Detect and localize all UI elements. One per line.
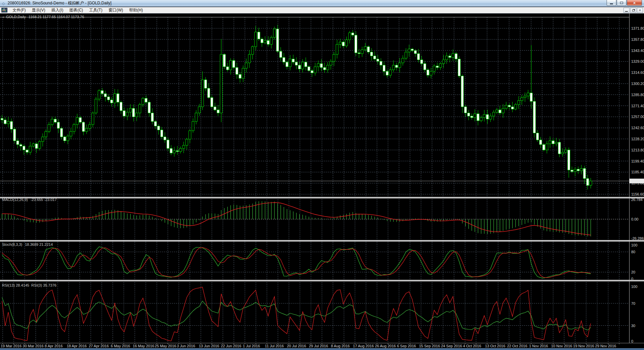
axis-label: 26 Aug 2016 (375, 344, 396, 348)
axis-label: 1156.60 (631, 192, 644, 196)
macd-label: MACD(12,26,9)-23.655 -23.017 (2, 198, 57, 202)
application-window: ◇ 2080016926: SinoSound-Demo - 模拟帐户 - [G… (0, 0, 644, 350)
mdi-minimize-button[interactable] (623, 8, 630, 13)
maximize-button[interactable] (617, 0, 626, 6)
mdi-restore-button[interactable] (630, 8, 636, 13)
axis-label: 1213.80 (631, 148, 644, 152)
candles (1, 25, 592, 190)
menu-view[interactable]: 显示(V) (29, 7, 48, 13)
axis-label: 1329.00 (631, 59, 644, 63)
stoch-values: 18.3689 21.2214 (25, 242, 53, 246)
axis-label: 1343.40 (631, 49, 644, 53)
axis-label: 6 Sep 2016 (397, 344, 416, 348)
menu-insert[interactable]: 插入(I) (48, 7, 66, 13)
close-icon: × (633, 0, 636, 5)
menu-charts[interactable]: 图表(C) (66, 7, 86, 13)
minimize-icon (610, 3, 613, 4)
axis-label: 8 Aug 2016 (331, 344, 350, 348)
chart-area: 1371.801357.801343.401329.001314.601300.… (0, 13, 644, 350)
axis-label: 26.784 (631, 198, 643, 202)
axis-label: 1242.60 (631, 126, 644, 130)
menu-bar: 文件(F) 显示(V) 插入(I) 图表(C) 工具(T) 窗口(W) 帮助(H… (0, 7, 644, 13)
stoch-name: Stoch(8,3,3) (2, 242, 22, 246)
rsi-label: RSI(13) 28.4145 RSI(3) 35.7376 (2, 283, 56, 287)
title-bar[interactable]: ◇ 2080016926: SinoSound-Demo - 模拟帐户 - [G… (0, 0, 644, 7)
axis-label: 1 Nov 2016 (529, 344, 548, 348)
time-axis[interactable]: 19 Mar 201630 Mar 20168 Apr 201618 Apr 2… (1, 343, 619, 348)
close-button[interactable]: × (627, 0, 642, 6)
menu-help[interactable]: 帮助(H) (126, 7, 146, 13)
axis-label: 18 Apr 2016 (67, 344, 87, 348)
axis-label: 1285.80 (631, 93, 644, 97)
rsi13-value: 28.4145 (16, 283, 29, 287)
rsi3-value: 35.7376 (43, 283, 57, 287)
axis-label: 30 (631, 324, 635, 328)
axis-label: 17 Aug 2016 (353, 344, 374, 348)
axis-label: 1371.80 (631, 26, 644, 30)
window-controls: × (606, 0, 642, 6)
axis-label: 20 (631, 270, 635, 274)
axis-label: 22 Oct 2016 (507, 344, 527, 348)
axis-label: 1357.80 (631, 37, 644, 41)
axis-label: 0 (631, 339, 633, 343)
mdi-close-icon: × (639, 8, 641, 12)
menu-tools[interactable]: 工具(T) (86, 7, 105, 13)
axis-label: 1271.40 (631, 104, 644, 108)
axis-label: 20 Jul 2016 (287, 344, 306, 348)
axis-label: 29 Nov 2016 (595, 344, 616, 348)
axis-label: 16 May 2016 (133, 344, 154, 348)
axis-label: 27 Apr 2016 (89, 344, 109, 348)
rsi3-name: RSI(3) (31, 283, 42, 287)
price-chart[interactable]: 1371.801357.801343.401329.001314.601300.… (0, 13, 644, 350)
axis-label: 19 Mar 2016 (1, 344, 22, 348)
mdi-close-button[interactable]: × (637, 8, 643, 13)
axis-label: 11 Jul 2016 (265, 344, 284, 348)
mdi-minimize-icon (625, 11, 628, 12)
axis-label: 4 Oct 2016 (463, 344, 481, 348)
chevron-down-icon: ▼ (2, 16, 5, 19)
menu-file[interactable]: 文件(F) (9, 7, 29, 13)
axis-label: 15 Sep 2016 (419, 344, 440, 348)
axis-label: 24 Sep 2016 (441, 344, 462, 348)
mdi-window-controls: × (623, 8, 643, 13)
axis-label: 80 (631, 250, 635, 254)
axis-label: 100 (631, 285, 637, 289)
macd-values: -23.655 -23.017 (30, 198, 57, 202)
axis-label: 8 Apr 2016 (45, 344, 63, 348)
axis-label: 70 (631, 301, 635, 305)
macd-name: MACD(12,26,9) (2, 198, 28, 202)
price-axis[interactable]: 1371.801357.801343.401329.001314.601300.… (631, 26, 644, 343)
stoch-label: Stoch(8,3,3)18.3689 21.2214 (2, 242, 53, 246)
axis-label: 100 (631, 243, 637, 247)
axis-label: 1 Jul 2016 (243, 344, 260, 348)
macd-pane (2, 201, 591, 237)
symbol-period: GOLD,Daily (6, 15, 26, 19)
axis-label: 1314.60 (631, 70, 644, 75)
stoch-pane (2, 247, 591, 278)
app-icon: ◇ (2, 0, 5, 7)
axis-label: 13 Oct 2016 (485, 344, 505, 348)
window-bottom-border (0, 348, 644, 350)
axis-label: 0 (631, 277, 633, 281)
ohlc-values: 1168.21 1177.65 1164.07 1173.76 (29, 15, 84, 19)
axis-label: 22 Jun 2016 (221, 344, 241, 348)
rsi-pane (2, 287, 591, 341)
window-title: 2080016926: SinoSound-Demo - 模拟帐户 - [GOL… (7, 0, 111, 6)
axis-label: 25 May 2016 (155, 344, 176, 348)
axis-label: 6 May 2016 (111, 344, 130, 348)
axis-label: 0.00 (631, 217, 638, 221)
axis-label: 19 Nov 2016 (573, 344, 594, 348)
axis-label: 29 Jul 2016 (309, 344, 328, 348)
axis-label: 1257.00 (631, 115, 644, 119)
axis-label: 1228.20 (631, 137, 644, 141)
minimize-button[interactable] (607, 0, 616, 6)
axis-label: 3 Jun 2016 (177, 344, 195, 348)
axis-label: 13 Jun 2016 (199, 344, 219, 348)
rsi13-name: RSI(13) (2, 283, 15, 287)
mdi-restore-icon (632, 9, 635, 11)
maximize-icon (620, 2, 623, 4)
menu-window[interactable]: 窗口(W) (106, 7, 126, 13)
symbol-label: ▼GOLD,Daily1168.21 1177.65 1164.07 1173.… (2, 15, 84, 19)
axis-label: -26.286 (631, 236, 644, 240)
axis-label: 10 Nov 2016 (551, 344, 572, 348)
